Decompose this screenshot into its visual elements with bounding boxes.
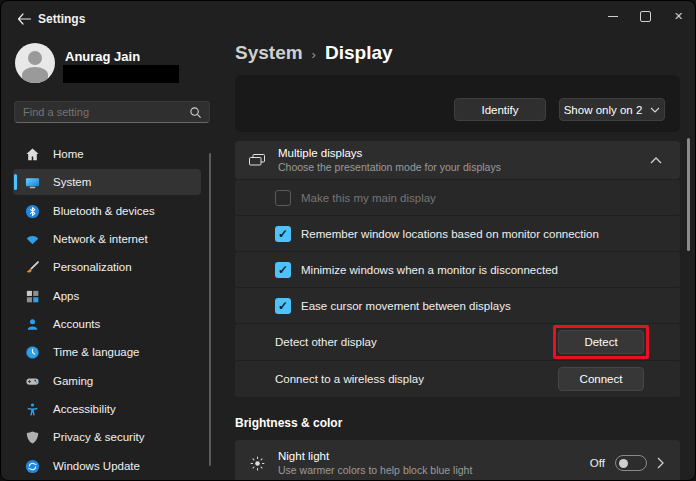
row-label: Connect to a wireless display <box>275 373 424 385</box>
checkbox-ease-cursor-movement[interactable]: ✓ <box>275 298 291 314</box>
checkbox-label: Make this my main display <box>301 192 436 204</box>
sidebar-item-label: Gaming <box>53 375 93 387</box>
sidebar-item-time-language[interactable]: Time & language <box>13 339 201 365</box>
bluetooth-icon <box>24 203 40 219</box>
sidebar-item-system[interactable]: System <box>13 169 201 195</box>
selected-accent-pill <box>14 174 17 190</box>
row-ease-cursor-movement: ✓ Ease cursor movement between displays <box>235 288 680 323</box>
sidebar-item-privacy-security[interactable]: Privacy & security <box>13 424 201 450</box>
sidebar-item-label: Home <box>53 148 84 160</box>
page-title: Display <box>325 42 393 64</box>
content-scrollbar[interactable] <box>687 138 690 251</box>
breadcrumb: System › Display <box>235 42 393 64</box>
detect-button[interactable]: Detect <box>558 330 644 354</box>
user-name: Anurag Jain <box>65 49 140 64</box>
sidebar-item-accounts[interactable]: Accounts <box>13 311 201 337</box>
brightness-color-header: Brightness & color <box>235 416 342 430</box>
titlebar: Settings ✕ <box>1 1 695 35</box>
row-connect-wireless-display: Connect to a wireless display Connect <box>235 361 680 397</box>
apps-icon <box>24 288 40 304</box>
chevron-up-icon[interactable] <box>650 157 662 164</box>
night-light-subtitle: Use warmer colors to help block blue lig… <box>278 464 472 476</box>
checkbox-minimize-windows[interactable]: ✓ <box>275 262 291 278</box>
display-arrangement-card: Identify Show only on 2 <box>235 75 680 132</box>
back-arrow-icon <box>17 13 31 25</box>
avatar[interactable] <box>15 43 55 83</box>
section-subtitle: Choose the presentation mode for your di… <box>278 161 501 173</box>
row-remember-window-locations: ✓ Remember window locations based on mon… <box>235 216 680 251</box>
multiple-displays-icon <box>248 151 266 169</box>
time-language-icon <box>24 344 40 360</box>
sidebar-scrollbar[interactable] <box>209 153 211 466</box>
sidebar-item-personalization[interactable]: Personalization <box>13 254 201 280</box>
sidebar-item-label: Time & language <box>53 346 140 358</box>
breadcrumb-separator-icon: › <box>312 45 316 62</box>
minimize-button[interactable] <box>596 1 629 31</box>
redacted-email <box>63 65 179 83</box>
breadcrumb-root[interactable]: System <box>235 42 303 64</box>
multiple-displays-header[interactable]: Multiple displays Choose the presentatio… <box>235 141 680 179</box>
night-light-icon <box>248 454 266 472</box>
search-icon <box>189 106 202 119</box>
system-icon <box>24 174 40 190</box>
sidebar-item-accessibility[interactable]: Accessibility <box>13 396 201 422</box>
network-icon <box>24 231 40 247</box>
search-input[interactable] <box>15 106 189 118</box>
sidebar-item-network-internet[interactable]: Network & internet <box>13 226 201 252</box>
chevron-down-icon <box>650 107 660 113</box>
accounts-icon <box>24 316 40 332</box>
sidebar-item-home[interactable]: Home <box>13 141 201 167</box>
back-button[interactable] <box>11 9 37 29</box>
sidebar-item-gaming[interactable]: Gaming <box>13 368 201 394</box>
sidebar-item-windows-update[interactable]: Windows Update <box>13 453 201 479</box>
maximize-icon <box>640 11 651 22</box>
windows-update-icon <box>24 458 40 474</box>
night-light-toggle[interactable] <box>615 455 647 471</box>
personalization-icon <box>24 259 40 275</box>
sidebar-item-label: Bluetooth & devices <box>53 205 155 217</box>
home-icon <box>24 146 40 162</box>
app-title: Settings <box>38 12 85 26</box>
privacy-icon <box>24 429 40 445</box>
accessibility-icon <box>24 401 40 417</box>
sidebar-item-label: Network & internet <box>53 233 148 245</box>
checkbox-label: Minimize windows when a monitor is disco… <box>301 264 558 276</box>
sidebar-item-label: Privacy & security <box>53 431 144 443</box>
close-button[interactable]: ✕ <box>662 1 695 31</box>
highlight-annotation: Detect <box>553 325 649 359</box>
sidebar-item-label: Apps <box>53 290 79 302</box>
sidebar-item-label: Accounts <box>53 318 100 330</box>
search-box[interactable] <box>14 101 210 123</box>
sidebar-item-bluetooth-devices[interactable]: Bluetooth & devices <box>13 198 201 224</box>
close-icon: ✕ <box>674 10 683 23</box>
checkbox-label: Ease cursor movement between displays <box>301 300 511 312</box>
sidebar-item-label: System <box>53 176 91 188</box>
checkbox-label: Remember window locations based on monit… <box>301 228 599 240</box>
sidebar-item-apps[interactable]: Apps <box>13 283 201 309</box>
row-minimize-windows: ✓ Minimize windows when a monitor is dis… <box>235 252 680 287</box>
minimize-icon <box>608 16 618 17</box>
row-make-main-display: Make this my main display <box>235 180 680 215</box>
gaming-icon <box>24 373 40 389</box>
night-light-row[interactable]: Night light Use warmer colors to help bl… <box>235 440 680 481</box>
connect-button[interactable]: Connect <box>558 367 644 391</box>
section-title: Multiple displays <box>278 147 501 159</box>
row-detect-other-display: Detect other display Detect <box>235 324 680 360</box>
identify-button[interactable]: Identify <box>454 98 546 121</box>
avatar-person-icon <box>28 51 42 65</box>
maximize-button[interactable] <box>629 1 662 31</box>
night-light-title: Night light <box>278 450 472 462</box>
sidebar-item-label: Personalization <box>53 261 132 273</box>
settings-window: Settings ✕ Anurag Jain Home System <box>0 0 696 481</box>
show-only-dropdown[interactable]: Show only on 2 <box>559 98 665 121</box>
check-icon: ✓ <box>278 227 288 241</box>
sidebar-item-label: Windows Update <box>53 460 140 472</box>
check-icon: ✓ <box>278 263 288 277</box>
chevron-right-icon <box>657 457 664 469</box>
checkbox-remember-window-locations[interactable]: ✓ <box>275 226 291 242</box>
row-label: Detect other display <box>275 336 377 348</box>
sidebar-item-label: Accessibility <box>53 403 116 415</box>
toggle-state-label: Off <box>590 457 605 469</box>
check-icon: ✓ <box>278 299 288 313</box>
checkbox-make-main-display[interactable] <box>275 190 291 206</box>
